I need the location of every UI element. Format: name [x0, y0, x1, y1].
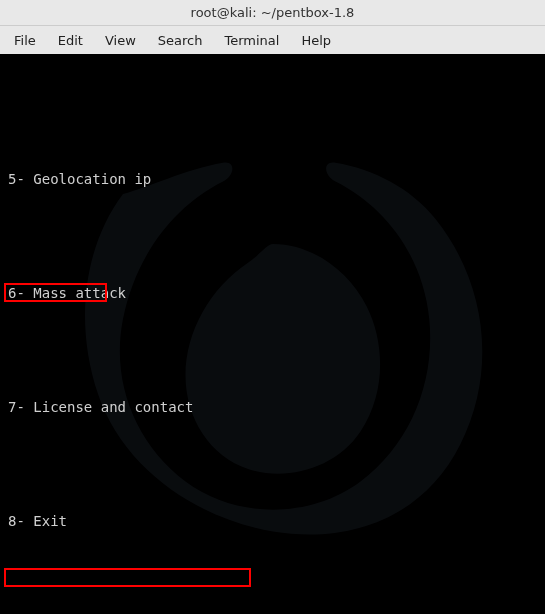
menu-file[interactable]: File — [4, 29, 46, 52]
terminal-line: 7- License and contact — [8, 398, 537, 417]
terminal-area[interactable]: 5- Geolocation ip 6- Mass attack 7- Lice… — [0, 54, 545, 614]
terminal-content: 5- Geolocation ip 6- Mass attack 7- Lice… — [8, 132, 537, 614]
terminal-line — [8, 227, 537, 246]
terminal-line: 6- Mass attack — [8, 284, 537, 303]
menu-edit[interactable]: Edit — [48, 29, 93, 52]
menubar: File Edit View Search Terminal Help — [0, 26, 545, 54]
terminal-line — [8, 455, 537, 474]
menu-view[interactable]: View — [95, 29, 146, 52]
menu-search[interactable]: Search — [148, 29, 213, 52]
menu-help[interactable]: Help — [291, 29, 341, 52]
terminal-line — [8, 569, 537, 588]
terminal-line — [8, 341, 537, 360]
window-titlebar: root@kali: ~/pentbox-1.8 — [0, 0, 545, 26]
terminal-line: 8- Exit — [8, 512, 537, 531]
menu-terminal[interactable]: Terminal — [214, 29, 289, 52]
window-title: root@kali: ~/pentbox-1.8 — [191, 5, 355, 20]
terminal-line: 5- Geolocation ip — [8, 170, 537, 189]
